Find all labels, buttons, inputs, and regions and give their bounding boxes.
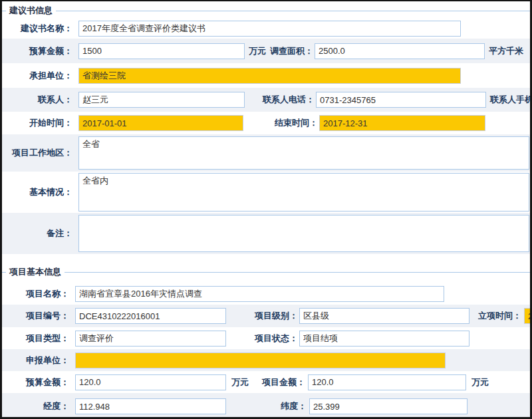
contact-label: 联系人：: [2, 94, 75, 106]
project-amount-input[interactable]: [308, 374, 466, 390]
section-proposal-info-header: 建议书信息: [2, 5, 530, 16]
project-info-fields: 项目名称： 项目编号： 项目级别： 立项时间： 项目类型： 项目状态： 申报单位…: [2, 283, 530, 419]
form-row: 备注：: [2, 213, 530, 254]
form-row: 申报单位：: [2, 349, 530, 371]
form-row: 承担单位：: [2, 63, 530, 88]
contact-phone-label: 联系人电话：: [245, 94, 315, 106]
project-budget-label: 预算金额：: [2, 376, 72, 388]
survey-area-input[interactable]: [315, 43, 485, 59]
form-row: 联系人： 联系人电话： 联系人手机: [2, 88, 530, 112]
start-date-input[interactable]: [78, 115, 243, 131]
work-area-textarea[interactable]: 全省: [78, 136, 529, 170]
end-date-label: 结束时间：: [243, 117, 318, 129]
budget-unit-label: 万元: [249, 45, 266, 57]
contact-input[interactable]: [78, 92, 245, 108]
approval-time-label: 立项时间：: [469, 310, 521, 322]
project-code-input[interactable]: [75, 308, 226, 324]
project-budget-input[interactable]: [75, 374, 226, 390]
form-row: 预算金额： 万元 调查面积： 平方千米: [2, 39, 530, 63]
declare-unit-label: 申报单位：: [2, 354, 72, 366]
project-type-label: 项目类型：: [2, 333, 72, 345]
project-status-input[interactable]: [299, 331, 469, 347]
survey-area-label: 调查面积：: [266, 45, 313, 57]
form-row: 经度： 纬度：: [2, 393, 530, 419]
proposal-info-fields: 建议书名称： 预算金额： 万元 调查面积： 平方千米 承担单位： 联系人： 联系…: [2, 19, 530, 254]
form-row: 基本情况： 全省内: [2, 172, 530, 213]
latitude-label: 纬度：: [226, 400, 307, 412]
project-budget-unit-label: 万元: [231, 376, 249, 388]
project-name-label: 项目名称：: [2, 288, 72, 300]
form-row: 项目工作地区： 全省: [2, 134, 530, 172]
longitude-input[interactable]: [75, 398, 226, 414]
contact-phone-input[interactable]: [316, 92, 486, 108]
project-status-label: 项目状态：: [226, 333, 298, 345]
project-type-input[interactable]: [75, 331, 226, 347]
project-amount-label: 项目金额：: [249, 376, 305, 388]
start-date-label: 开始时间：: [2, 117, 75, 129]
form-row: 项目编号： 项目级别： 立项时间：: [2, 305, 530, 327]
proposal-form-window: 建议书信息 建议书名称： 预算金额： 万元 调查面积： 平方千米 承担单位： 联…: [0, 0, 532, 419]
form-row: 预算金额： 万元 项目金额： 万元: [2, 371, 530, 393]
work-area-label: 项目工作地区：: [2, 147, 75, 159]
longitude-label: 经度：: [2, 400, 72, 412]
budget-input[interactable]: [78, 43, 245, 59]
section-proposal-info-title: 建议书信息: [6, 5, 56, 17]
latitude-input[interactable]: [309, 398, 467, 414]
declare-unit-input[interactable]: [75, 352, 446, 368]
remark-label: 备注：: [2, 227, 75, 239]
proposal-name-input[interactable]: [78, 21, 461, 37]
form-row: 项目名称：: [2, 283, 530, 305]
budget-label: 预算金额：: [2, 45, 75, 57]
fieldset-border-line: [65, 272, 530, 273]
project-level-label: 项目级别：: [226, 310, 298, 322]
undertaking-unit-label: 承担单位：: [2, 70, 75, 82]
form-row: 开始时间： 结束时间：: [2, 112, 530, 134]
approval-time-input[interactable]: [524, 308, 530, 324]
contact-mobile-label: 联系人手机: [490, 94, 530, 106]
form-row: 建议书名称：: [2, 19, 530, 39]
fieldset-border-line: [56, 11, 530, 11]
proposal-name-label: 建议书名称：: [2, 23, 75, 35]
project-name-input[interactable]: [75, 286, 444, 302]
section-project-info-header: 项目基本信息: [2, 266, 530, 278]
project-code-label: 项目编号：: [2, 310, 72, 322]
survey-area-unit-label: 平方千米: [489, 45, 523, 57]
project-amount-unit-label: 万元: [471, 376, 489, 388]
project-level-input[interactable]: [299, 308, 469, 324]
form-row: 项目类型： 项目状态：: [2, 327, 530, 349]
basic-info-textarea[interactable]: 全省内: [78, 173, 529, 211]
section-project-info-title: 项目基本信息: [6, 266, 65, 278]
basic-info-label: 基本情况：: [2, 186, 75, 198]
end-date-input[interactable]: [319, 115, 485, 131]
remark-textarea[interactable]: [78, 215, 529, 252]
undertaking-unit-input[interactable]: [78, 68, 461, 84]
